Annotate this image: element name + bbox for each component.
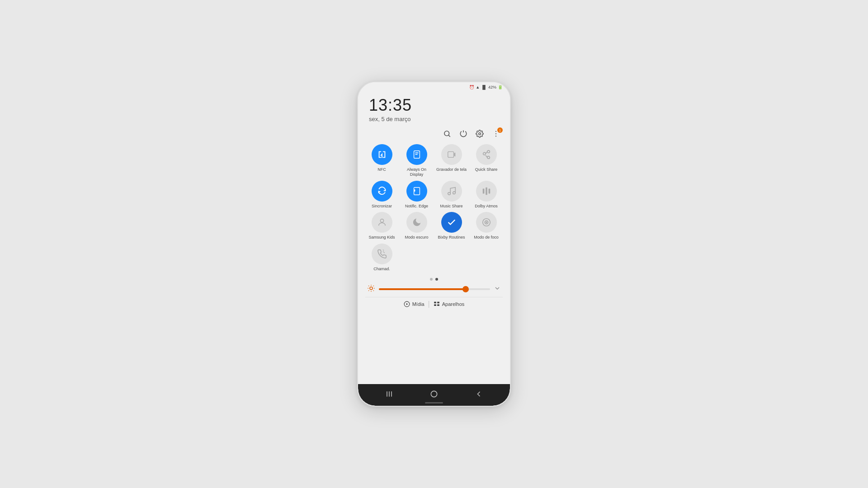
tile-focus-icon <box>476 212 497 233</box>
battery-text: 42% <box>488 85 496 89</box>
home-button[interactable] <box>427 389 441 399</box>
svg-line-28 <box>373 291 374 291</box>
brightness-icon <box>367 284 375 294</box>
tile-modo-escuro[interactable]: Modo escuro <box>400 212 433 240</box>
power-button[interactable] <box>458 129 468 139</box>
svg-point-15 <box>448 192 450 195</box>
search-button[interactable] <box>442 129 452 139</box>
media-label: Mídia <box>412 301 425 307</box>
wifi-icon: ▲ <box>476 85 480 89</box>
battery-icon: 🔋 <box>498 85 503 89</box>
media-button[interactable]: Mídia <box>404 301 425 307</box>
status-bar: ⏰ ▲ ▐▌ 42% 🔋 <box>358 82 510 90</box>
tile-dolby-icon <box>476 181 497 202</box>
tile-modo-de-foco[interactable]: Modo de foco <box>470 212 503 240</box>
tile-chamadas[interactable]: Chamad. <box>365 244 398 272</box>
svg-rect-14 <box>414 189 415 192</box>
tile-calls-label: Chamad. <box>373 267 390 272</box>
brightness-row <box>365 282 503 297</box>
tile-record-icon <box>441 144 462 165</box>
tile-moon-label: Modo escuro <box>405 235 428 240</box>
tile-aod-icon <box>406 144 427 165</box>
tile-always-on-display[interactable]: Always On Display <box>400 144 433 177</box>
svg-rect-7 <box>415 152 418 153</box>
clock-time: 13:35 <box>369 96 499 115</box>
tile-bixby-label: Bixby Routines <box>438 235 465 240</box>
clock-area: 13:35 sex, 5 de março <box>358 90 510 126</box>
svg-point-3 <box>495 131 496 132</box>
svg-point-24 <box>370 287 373 290</box>
tile-dolby-atmos[interactable]: Dolby Atmos <box>470 181 503 209</box>
media-devices-row: Mídia | Aparelhos <box>365 297 503 312</box>
tile-bixby-routines[interactable]: Bixby Routines <box>435 212 468 240</box>
dot-2 <box>435 278 438 281</box>
tile-sincronizar[interactable]: Sincronizar <box>365 181 398 209</box>
tile-music-share[interactable]: Music Share <box>435 181 468 209</box>
svg-rect-35 <box>434 302 436 304</box>
nav-bar <box>358 384 510 406</box>
status-icons: ⏰ ▲ ▐▌ 42% 🔋 <box>469 85 503 89</box>
tile-samsung-kids[interactable]: Samsung Kids <box>365 212 398 240</box>
tile-music-icon <box>441 181 462 202</box>
tile-dolby-label: Dolby Atmos <box>475 204 498 209</box>
brightness-slider[interactable] <box>379 288 490 290</box>
svg-line-1 <box>448 135 450 136</box>
devices-label: Aparelhos <box>442 301 465 307</box>
nav-handle <box>425 402 443 404</box>
phone-device: ⏰ ▲ ▐▌ 42% 🔋 13:35 sex, 5 de março <box>357 81 511 407</box>
tile-quickshare-icon <box>476 144 497 165</box>
tile-quick-share[interactable]: Quick Share <box>470 144 503 177</box>
tile-sync-label: Sincronizar <box>372 204 392 209</box>
svg-point-4 <box>495 133 496 134</box>
svg-point-20 <box>380 219 383 222</box>
svg-rect-18 <box>486 187 487 195</box>
svg-line-27 <box>368 286 369 286</box>
svg-point-23 <box>486 222 487 223</box>
tile-record-label: Gravador de tela <box>436 167 467 172</box>
tile-nfc[interactable]: NFC <box>365 144 398 177</box>
tile-kids-label: Samsung Kids <box>368 235 395 240</box>
svg-rect-17 <box>482 188 484 193</box>
tile-gravador-de-tela[interactable]: Gravador de tela <box>435 144 468 177</box>
svg-line-11 <box>486 152 487 154</box>
clock-date: sex, 5 de março <box>369 116 499 122</box>
media-divider: | <box>428 300 430 308</box>
alarm-icon: ⏰ <box>469 85 474 89</box>
back-button[interactable] <box>472 389 486 399</box>
tile-focus-label: Modo de foco <box>474 235 499 240</box>
tile-aod-label: Always On Display <box>400 167 433 177</box>
tile-nfc-label: NFC <box>377 167 386 172</box>
svg-rect-9 <box>448 152 453 158</box>
recents-button[interactable] <box>382 389 396 399</box>
tile-edge-label: Notific. Edge <box>405 204 428 209</box>
tile-nfc-icon <box>372 144 392 165</box>
brightness-thumb <box>462 286 469 292</box>
quick-panel: 1 NFC <box>358 126 510 384</box>
tile-quickshare-label: Quick Share <box>475 167 498 172</box>
dot-1 <box>430 278 433 281</box>
tiles-grid: NFC Always On Display <box>365 142 503 275</box>
top-icons-row: 1 <box>365 126 503 142</box>
more-button[interactable]: 1 <box>491 129 501 139</box>
svg-line-32 <box>373 286 374 286</box>
svg-rect-19 <box>488 188 490 193</box>
tile-edge-icon <box>406 181 427 202</box>
tile-music-label: Music Share <box>440 204 462 209</box>
tile-notific-edge[interactable]: Notific. Edge <box>400 181 433 209</box>
settings-button[interactable] <box>475 129 485 139</box>
tile-calls-icon <box>372 244 392 264</box>
svg-marker-34 <box>406 303 408 305</box>
tile-moon-icon <box>406 212 427 233</box>
phone-screen: ⏰ ▲ ▐▌ 42% 🔋 13:35 sex, 5 de março <box>358 82 510 406</box>
notification-badge: 1 <box>497 127 503 133</box>
svg-line-31 <box>368 291 369 291</box>
svg-point-5 <box>495 136 496 136</box>
svg-rect-38 <box>437 305 439 306</box>
tile-kids-icon <box>372 212 392 233</box>
svg-line-12 <box>486 155 487 158</box>
svg-point-0 <box>444 131 449 136</box>
brightness-expand-button[interactable] <box>494 285 501 293</box>
svg-rect-37 <box>434 305 436 306</box>
signal-icon: ▐▌ <box>481 85 487 89</box>
devices-button[interactable]: Aparelhos <box>434 301 465 307</box>
